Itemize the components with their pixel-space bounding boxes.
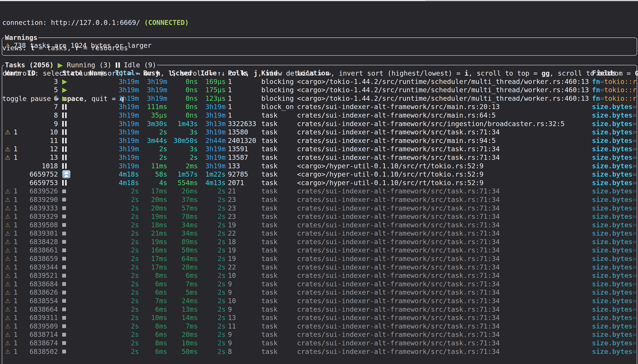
task-row[interactable]: ⚠1 6839311 2s 10ms 14ms 2s 13 task crate… bbox=[2, 314, 637, 322]
task-id: 8 bbox=[28, 111, 58, 120]
total-duration: 2s bbox=[115, 288, 139, 297]
warn-cell: ⚠1 bbox=[5, 339, 28, 348]
task-state-icon bbox=[62, 190, 66, 193]
task-kind: task bbox=[261, 254, 297, 263]
warn-cell: ⚠1 bbox=[5, 254, 28, 263]
task-row[interactable]: 11 3h19m 3m44s 30m50s 2h44m 2401320 task… bbox=[2, 136, 637, 145]
task-row[interactable]: ⚠1 6838502 2s 6ms 50ms 2s 8 task crates/… bbox=[2, 348, 637, 356]
running-count-label: Running (3) bbox=[67, 61, 112, 69]
idle-duration: 2s bbox=[198, 271, 226, 280]
col-header-idle[interactable]: Idle bbox=[198, 69, 226, 78]
task-id: 6838684 bbox=[28, 280, 58, 288]
col-header-sched[interactable]: Sched bbox=[167, 69, 198, 78]
poll-count: 9 bbox=[226, 305, 261, 314]
warning-icon: ⚠ bbox=[5, 256, 10, 262]
idle-duration: 2s bbox=[198, 187, 226, 196]
task-location: <cargo>/tokio-1.44.2/src/runtime/schedul… bbox=[297, 86, 592, 94]
task-row[interactable]: 6659753 4m18s 4s 554ms 4m13s 2071 task <… bbox=[2, 179, 637, 187]
tokio-console-screen: connection: http://127.0.0.1:6669/ (CONN… bbox=[0, 0, 638, 364]
task-location: crates/sui-indexer-alt-framework/src/tas… bbox=[297, 280, 592, 288]
task-row[interactable]: 3 ▶ 3h19m 3h19m 0ns 169µs 1 blocking <ca… bbox=[2, 78, 637, 86]
warn-count: 1 bbox=[14, 238, 18, 246]
total-duration: 2s bbox=[115, 305, 139, 314]
total-duration: 2s bbox=[115, 330, 139, 339]
task-row[interactable]: ⚠1 12 3h19m 2s 3s 3h19m 13591 task crate… bbox=[2, 145, 637, 153]
col-header-kind[interactable]: Kind bbox=[261, 69, 297, 78]
task-row[interactable]: ⚠1 6839333 2s 20ms 57ms 2s 23 task crate… bbox=[2, 204, 637, 212]
task-state-cell: ▶ bbox=[58, 95, 89, 102]
task-row[interactable]: 1018 3h19m 11ms 2ms 3h19m 133 task <carg… bbox=[2, 162, 637, 170]
field-equals: = bbox=[632, 238, 637, 246]
task-row[interactable]: ⚠1 6838684 2s 6ms 7ms 2s 9 task crates/s… bbox=[2, 280, 637, 288]
col-header-location[interactable]: Location bbox=[297, 69, 592, 78]
task-row[interactable]: ⚠1 6839526 2s 17ms 26ms 2s 21 task crate… bbox=[2, 187, 637, 196]
task-state-icon bbox=[62, 138, 67, 144]
task-row[interactable]: ⚠1 6839508 2s 18ms 34ms 2s 19 task crate… bbox=[2, 221, 637, 229]
warn-count: 1 bbox=[14, 254, 18, 263]
busy-duration: 2s bbox=[139, 153, 167, 162]
task-row[interactable]: ⚠1 6839344 2s 17ms 28ms 2s 22 task crate… bbox=[2, 263, 637, 272]
task-row[interactable]: ⚠1 6838661 2s 16ms 50ms 2s 19 task crate… bbox=[2, 246, 637, 254]
total-duration: 2s bbox=[115, 221, 139, 229]
idle-duration: 3h19m bbox=[198, 128, 226, 136]
task-row[interactable]: ⚠1 6839290 2s 20ms 37ms 2s 23 task crate… bbox=[2, 196, 637, 204]
task-row[interactable]: 8 3h19m 35µs 0ns 3h19m 1 task crates/sui… bbox=[2, 111, 637, 120]
col-header-busy[interactable]: Busy bbox=[139, 69, 167, 78]
warn-cell: ⚠1 bbox=[5, 263, 28, 272]
col-header-state[interactable]: State bbox=[58, 69, 89, 78]
col-header-polls[interactable]: Polls bbox=[226, 69, 261, 78]
task-state-cell bbox=[58, 198, 89, 202]
task-row[interactable]: ⚠1 6838428 2s 19ms 89ms 2s 18 task crate… bbox=[2, 238, 637, 246]
task-row[interactable]: ⚠1 10 3h19m 2s 3s 3h19m 13580 task crate… bbox=[2, 128, 637, 136]
warn-count: 1 bbox=[14, 204, 18, 212]
task-row[interactable]: 9 3h19m 3m30s 1m43s 3h13m 3322633 task c… bbox=[2, 120, 637, 128]
task-fields: size.bytes= bbox=[592, 221, 637, 229]
total-duration: 4m18s bbox=[115, 179, 139, 187]
task-state-icon bbox=[62, 232, 66, 236]
sched-duration: 3s bbox=[167, 128, 198, 136]
sched-duration: 7ms bbox=[167, 322, 198, 330]
task-row[interactable]: ⚠1 6838554 2s 7ms 24ms 2s 10 task crates… bbox=[2, 297, 637, 305]
task-row[interactable]: ⚠1 6839509 2s 8ms 7ms 2s 11 task crates/… bbox=[2, 322, 637, 330]
task-row[interactable]: ⚠1 6839301 2s 21ms 34ms 2s 22 task crate… bbox=[2, 229, 637, 238]
col-header-total[interactable]: Total▿ bbox=[115, 69, 139, 78]
sched-duration: 50ms bbox=[167, 246, 198, 254]
poll-count: 10 bbox=[226, 297, 261, 305]
total-duration: 2s bbox=[115, 204, 139, 212]
task-state-icon bbox=[62, 290, 66, 294]
task-row[interactable]: ⚠1 6838664 2s 6ms 13ms 2s 9 task crates/… bbox=[2, 305, 637, 314]
idle-duration: 2s bbox=[198, 339, 226, 348]
task-row[interactable]: ⚠1 13 3h19m 2s 2s 3h19m 13587 task crate… bbox=[2, 153, 637, 162]
total-duration: 3h19m bbox=[115, 111, 139, 120]
task-row[interactable]: ⚠1 6838659 2s 17ms 64ms 2s 19 task crate… bbox=[2, 254, 637, 263]
task-row[interactable]: ⚠1 6838626 2s 6ms 5ms 2s 9 task crates/s… bbox=[2, 288, 637, 297]
sched-duration: 1m43s bbox=[167, 120, 198, 128]
task-fields: size.bytes= bbox=[592, 128, 637, 136]
task-row[interactable]: ⚠1 6839521 2s 8ms 6ms 2s 10 task crates/… bbox=[2, 271, 637, 280]
task-row[interactable]: 7 3h19m 111ms 0ns 3h19m 1 block_on crate… bbox=[2, 102, 637, 111]
field-equals: = bbox=[632, 196, 637, 204]
sched-duration: 0ns bbox=[167, 94, 198, 103]
task-state-cell bbox=[58, 180, 89, 186]
col-header-fields[interactable]: Fields bbox=[592, 69, 637, 78]
poll-count: 1 bbox=[226, 111, 261, 120]
idle-duration: 2s bbox=[198, 238, 226, 246]
warn-count: 1 bbox=[14, 271, 18, 280]
task-row[interactable]: 6 ▶ 3h19m 3h19m 0ns 123µs 1 blocking <ca… bbox=[2, 94, 637, 103]
warning-icon: ⚠ bbox=[5, 196, 10, 203]
col-header-name[interactable]: Name bbox=[89, 69, 115, 78]
task-row[interactable]: ⚠1 6838714 2s 6ms 20ms 2s 9 task crates/… bbox=[2, 330, 637, 339]
task-row[interactable]: 6659752 4m18s 58s 1m57s 1m22s 92785 task… bbox=[2, 170, 637, 179]
task-row[interactable]: 5 ▶ 3h19m 3h19m 0ns 175µs 1 blocking <ca… bbox=[2, 86, 637, 94]
busy-duration: 16ms bbox=[139, 246, 167, 254]
poll-count: 11 bbox=[226, 322, 261, 330]
idle-duration: 2s bbox=[198, 330, 226, 339]
col-header-id[interactable]: ID bbox=[28, 69, 58, 78]
field-label: size.bytes bbox=[592, 288, 632, 296]
field-equals: = bbox=[632, 120, 637, 128]
idle-duration: 1m22s bbox=[198, 170, 226, 179]
task-row[interactable]: ⚠1 6839329 2s 19ms 78ms 2s 23 task crate… bbox=[2, 212, 637, 221]
field-label: fn bbox=[592, 86, 600, 94]
col-header-warn[interactable]: Warn bbox=[5, 69, 28, 78]
task-row[interactable]: ⚠1 6838674 2s 8ms 10ms 2s 9 task crates/… bbox=[2, 339, 637, 348]
